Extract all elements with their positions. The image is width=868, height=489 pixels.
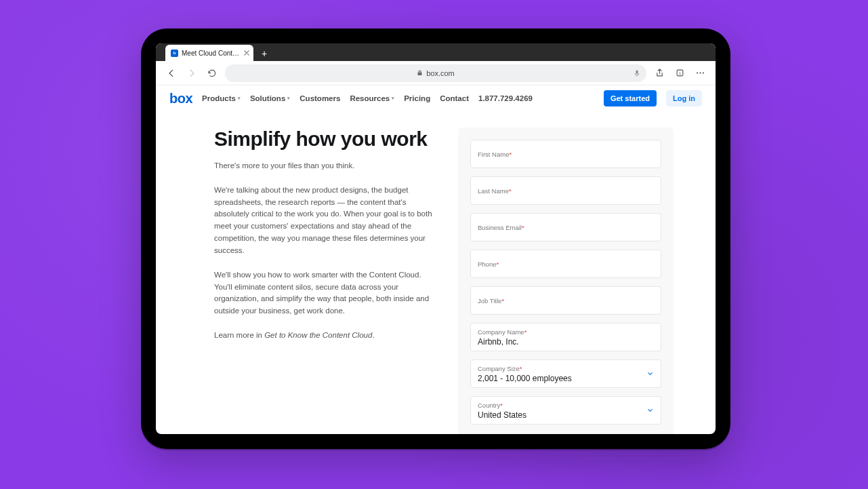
page-heading: Simplify how you work <box>214 128 438 151</box>
field-label: Company Name* <box>478 328 654 336</box>
page-subheading: There's more to your files than you thin… <box>214 160 438 172</box>
first-name-field[interactable]: First Name* <box>470 140 661 168</box>
field-label: Phone* <box>478 260 654 268</box>
arrow-left-icon <box>167 69 176 78</box>
browser-tab-bar: b Meet Cloud Content Man + <box>156 43 716 61</box>
back-button[interactable] <box>164 66 179 81</box>
field-label: Company Size* <box>478 365 654 372</box>
url-bar[interactable]: box.com <box>225 64 646 82</box>
log-in-button[interactable]: Log in <box>666 90 702 106</box>
job-title-field[interactable]: Job Title* <box>470 286 661 315</box>
business-email-field[interactable]: Business Email* <box>470 213 661 241</box>
content-column: Simplify how you work There's more to yo… <box>214 128 438 434</box>
field-label: Last Name* <box>478 187 654 195</box>
lock-icon <box>417 70 423 76</box>
field-value: 2,001 - 10,000 employees <box>478 374 654 383</box>
reload-button[interactable] <box>205 66 220 81</box>
screen: b Meet Cloud Content Man + <box>156 43 716 434</box>
company-name-field[interactable]: Company Name* Airbnb, Inc. <box>470 323 661 351</box>
tab-title: Meet Cloud Content Man <box>182 50 241 57</box>
signup-form: First Name* Last Name* Business Email* P… <box>458 128 674 434</box>
paragraph-1: We're talking about the new product desi… <box>214 184 438 257</box>
chevron-down-icon: ▾ <box>238 96 241 101</box>
more-button[interactable] <box>693 66 707 81</box>
tabs-button[interactable]: 1 <box>672 66 687 81</box>
chevron-down-icon <box>646 407 654 414</box>
field-value: United States <box>478 410 654 420</box>
svg-point-5 <box>702 72 703 73</box>
browser-toolbar: box.com 1 <box>156 61 716 85</box>
last-name-field[interactable]: Last Name* <box>470 176 661 205</box>
site-header: box Products▾ Solutions▾ Customers Resou… <box>156 85 716 111</box>
reload-icon <box>207 69 217 78</box>
share-button[interactable] <box>652 66 667 81</box>
svg-point-3 <box>697 72 698 73</box>
country-select[interactable]: Country* United States <box>470 396 661 425</box>
forward-button[interactable] <box>184 66 199 81</box>
box-logo[interactable]: box <box>169 91 192 106</box>
page-body: Simplify how you work There's more to yo… <box>156 111 716 434</box>
nav-contact[interactable]: Contact <box>440 94 469 102</box>
tablet-frame: b Meet Cloud Content Man + <box>141 28 730 449</box>
field-label: Country* <box>478 402 654 409</box>
chevron-down-icon <box>646 370 654 378</box>
learn-more-line: Learn more in Get to Know the Content Cl… <box>214 330 438 342</box>
phone-field[interactable]: Phone* <box>470 250 661 278</box>
nav-phone[interactable]: 1.877.729.4269 <box>478 94 533 102</box>
nav-resources[interactable]: Resources▾ <box>350 94 394 102</box>
chevron-down-icon: ▾ <box>287 96 290 101</box>
new-tab-button[interactable]: + <box>256 46 272 61</box>
more-icon <box>695 68 705 78</box>
close-icon[interactable] <box>244 50 249 56</box>
nav-customers[interactable]: Customers <box>299 94 340 102</box>
svg-point-4 <box>699 72 701 73</box>
tabs-icon: 1 <box>675 68 685 78</box>
svg-text:1: 1 <box>678 71 680 75</box>
field-label: Job Title* <box>478 297 654 305</box>
get-started-button[interactable]: Get started <box>604 90 657 106</box>
nav-solutions[interactable]: Solutions▾ <box>250 94 290 102</box>
svg-rect-0 <box>636 70 638 74</box>
share-icon <box>655 68 665 78</box>
paragraph-2: We'll show you how to work smarter with … <box>214 269 438 317</box>
nav-pricing[interactable]: Pricing <box>404 94 430 102</box>
nav-products[interactable]: Products▾ <box>202 94 241 102</box>
browser-tab[interactable]: b Meet Cloud Content Man <box>165 45 253 61</box>
company-size-select[interactable]: Company Size* 2,001 - 10,000 employees <box>470 359 661 388</box>
microphone-icon[interactable] <box>633 69 641 77</box>
field-label: Business Email* <box>478 224 654 231</box>
plus-icon: + <box>262 48 267 59</box>
field-label: First Name* <box>478 151 654 158</box>
field-value: Airbnb, Inc. <box>478 337 654 347</box>
arrow-right-icon <box>187 69 197 78</box>
favicon-box-icon: b <box>171 50 178 57</box>
chevron-down-icon: ▾ <box>392 96 394 101</box>
url-text: box.com <box>426 69 455 77</box>
